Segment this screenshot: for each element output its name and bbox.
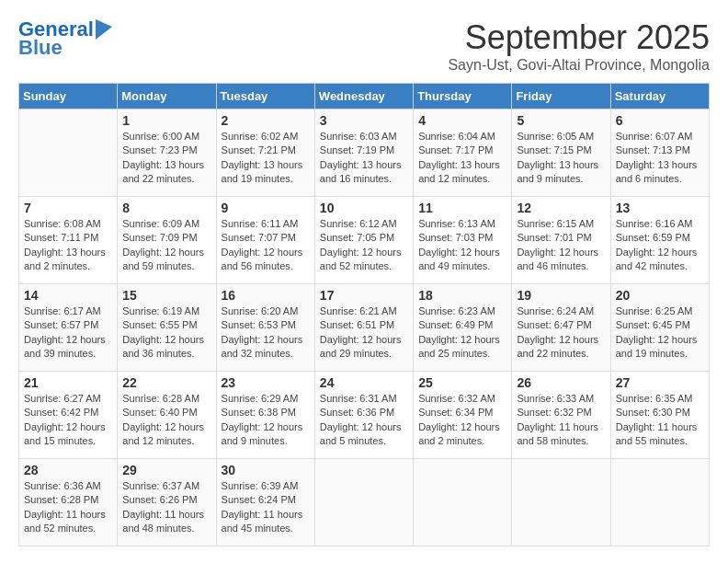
calendar-cell bbox=[610, 459, 709, 546]
calendar-cell bbox=[512, 459, 610, 546]
calendar-cell: 29Sunrise: 6:37 AM Sunset: 6:26 PM Dayli… bbox=[118, 459, 216, 546]
day-number: 30 bbox=[222, 463, 310, 477]
calendar-header-row: SundayMondayTuesdayWednesdayThursdayFrid… bbox=[19, 84, 710, 109]
day-number: 5 bbox=[517, 113, 605, 128]
calendar-cell: 19Sunrise: 6:24 AM Sunset: 6:47 PM Dayli… bbox=[512, 284, 610, 372]
cell-details: Sunrise: 6:23 AM Sunset: 6:49 PM Dayligh… bbox=[418, 304, 506, 362]
svg-marker-0 bbox=[96, 19, 112, 40]
cell-details: Sunrise: 6:33 AM Sunset: 6:32 PM Dayligh… bbox=[517, 392, 605, 449]
cell-details: Sunrise: 6:28 AM Sunset: 6:40 PM Dayligh… bbox=[122, 392, 210, 449]
cell-details: Sunrise: 6:32 AM Sunset: 6:34 PM Dayligh… bbox=[418, 392, 506, 449]
cell-details: Sunrise: 6:27 AM Sunset: 6:42 PM Dayligh… bbox=[24, 392, 112, 449]
header-saturday: Saturday bbox=[610, 84, 709, 109]
cell-details: Sunrise: 6:36 AM Sunset: 6:28 PM Dayligh… bbox=[24, 479, 112, 536]
cell-details: Sunrise: 6:00 AM Sunset: 7:23 PM Dayligh… bbox=[122, 130, 210, 187]
calendar-cell: 14Sunrise: 6:17 AM Sunset: 6:57 PM Dayli… bbox=[19, 284, 118, 372]
logo-blue: Blue bbox=[18, 37, 63, 59]
day-number: 2 bbox=[222, 113, 310, 128]
calendar-cell: 23Sunrise: 6:29 AM Sunset: 6:38 PM Dayli… bbox=[216, 372, 314, 459]
day-number: 7 bbox=[24, 201, 112, 215]
calendar-table: SundayMondayTuesdayWednesdayThursdayFrid… bbox=[18, 83, 710, 546]
day-number: 11 bbox=[418, 201, 506, 215]
day-number: 25 bbox=[418, 375, 506, 390]
cell-details: Sunrise: 6:08 AM Sunset: 7:11 PM Dayligh… bbox=[24, 217, 112, 274]
cell-details: Sunrise: 6:16 AM Sunset: 6:59 PM Dayligh… bbox=[616, 217, 704, 274]
calendar-cell bbox=[414, 459, 512, 546]
calendar-cell bbox=[314, 459, 413, 546]
header-monday: Monday bbox=[118, 84, 216, 109]
day-number: 19 bbox=[517, 288, 605, 303]
calendar-cell: 18Sunrise: 6:23 AM Sunset: 6:49 PM Dayli… bbox=[414, 284, 512, 372]
calendar-cell: 6Sunrise: 6:07 AM Sunset: 7:13 PM Daylig… bbox=[610, 109, 709, 197]
calendar-week-row: 14Sunrise: 6:17 AM Sunset: 6:57 PM Dayli… bbox=[19, 284, 710, 372]
day-number: 23 bbox=[222, 375, 310, 390]
day-number: 26 bbox=[517, 375, 605, 390]
calendar-cell: 17Sunrise: 6:21 AM Sunset: 6:51 PM Dayli… bbox=[314, 284, 413, 372]
cell-details: Sunrise: 6:11 AM Sunset: 7:07 PM Dayligh… bbox=[222, 217, 310, 274]
header-sunday: Sunday bbox=[19, 84, 118, 109]
calendar-cell: 16Sunrise: 6:20 AM Sunset: 6:53 PM Dayli… bbox=[216, 284, 314, 372]
calendar-cell: 4Sunrise: 6:04 AM Sunset: 7:17 PM Daylig… bbox=[414, 109, 512, 197]
title-block: September 2025 Sayn-Ust, Govi-Altai Prov… bbox=[448, 18, 710, 74]
day-number: 13 bbox=[616, 201, 704, 215]
cell-details: Sunrise: 6:04 AM Sunset: 7:17 PM Dayligh… bbox=[418, 130, 506, 187]
cell-details: Sunrise: 6:20 AM Sunset: 6:53 PM Dayligh… bbox=[222, 304, 310, 362]
cell-details: Sunrise: 6:25 AM Sunset: 6:45 PM Dayligh… bbox=[616, 304, 704, 362]
cell-details: Sunrise: 6:31 AM Sunset: 6:36 PM Dayligh… bbox=[320, 392, 408, 449]
header-thursday: Thursday bbox=[414, 84, 512, 109]
header-tuesday: Tuesday bbox=[216, 84, 314, 109]
day-number: 17 bbox=[320, 288, 408, 303]
cell-details: Sunrise: 6:12 AM Sunset: 7:05 PM Dayligh… bbox=[320, 217, 408, 274]
day-number: 10 bbox=[320, 201, 408, 215]
calendar-cell: 3Sunrise: 6:03 AM Sunset: 7:19 PM Daylig… bbox=[314, 109, 413, 197]
day-number: 3 bbox=[320, 113, 408, 128]
day-number: 15 bbox=[122, 288, 210, 303]
cell-details: Sunrise: 6:09 AM Sunset: 7:09 PM Dayligh… bbox=[122, 217, 210, 274]
calendar-cell: 22Sunrise: 6:28 AM Sunset: 6:40 PM Dayli… bbox=[118, 372, 216, 459]
cell-details: Sunrise: 6:07 AM Sunset: 7:13 PM Dayligh… bbox=[616, 130, 704, 187]
month-title: September 2025 bbox=[448, 18, 710, 57]
cell-details: Sunrise: 6:05 AM Sunset: 7:15 PM Dayligh… bbox=[517, 130, 605, 187]
calendar-cell: 8Sunrise: 6:09 AM Sunset: 7:09 PM Daylig… bbox=[118, 197, 216, 284]
cell-details: Sunrise: 6:03 AM Sunset: 7:19 PM Dayligh… bbox=[320, 130, 408, 187]
header-wednesday: Wednesday bbox=[314, 84, 413, 109]
day-number: 6 bbox=[616, 113, 704, 128]
calendar-cell: 11Sunrise: 6:13 AM Sunset: 7:03 PM Dayli… bbox=[414, 197, 512, 284]
location-subtitle: Sayn-Ust, Govi-Altai Province, Mongolia bbox=[448, 57, 710, 74]
cell-details: Sunrise: 6:35 AM Sunset: 6:30 PM Dayligh… bbox=[616, 392, 704, 449]
calendar-cell: 25Sunrise: 6:32 AM Sunset: 6:34 PM Dayli… bbox=[414, 372, 512, 459]
calendar-cell: 5Sunrise: 6:05 AM Sunset: 7:15 PM Daylig… bbox=[512, 109, 610, 197]
cell-details: Sunrise: 6:17 AM Sunset: 6:57 PM Dayligh… bbox=[24, 304, 112, 362]
day-number: 29 bbox=[122, 463, 210, 477]
day-number: 27 bbox=[616, 375, 704, 390]
calendar-week-row: 1Sunrise: 6:00 AM Sunset: 7:23 PM Daylig… bbox=[19, 109, 710, 197]
day-number: 1 bbox=[122, 113, 210, 128]
calendar-week-row: 7Sunrise: 6:08 AM Sunset: 7:11 PM Daylig… bbox=[19, 197, 710, 284]
day-number: 16 bbox=[222, 288, 310, 303]
cell-details: Sunrise: 6:29 AM Sunset: 6:38 PM Dayligh… bbox=[222, 392, 310, 449]
calendar-cell: 2Sunrise: 6:02 AM Sunset: 7:21 PM Daylig… bbox=[216, 109, 314, 197]
calendar-cell: 30Sunrise: 6:39 AM Sunset: 6:24 PM Dayli… bbox=[216, 459, 314, 546]
day-number: 14 bbox=[24, 288, 112, 303]
cell-details: Sunrise: 6:39 AM Sunset: 6:24 PM Dayligh… bbox=[222, 479, 310, 536]
calendar-cell: 26Sunrise: 6:33 AM Sunset: 6:32 PM Dayli… bbox=[512, 372, 610, 459]
calendar-cell: 12Sunrise: 6:15 AM Sunset: 7:01 PM Dayli… bbox=[512, 197, 610, 284]
day-number: 8 bbox=[122, 201, 210, 215]
calendar-cell: 24Sunrise: 6:31 AM Sunset: 6:36 PM Dayli… bbox=[314, 372, 413, 459]
calendar-cell: 13Sunrise: 6:16 AM Sunset: 6:59 PM Dayli… bbox=[610, 197, 709, 284]
calendar-cell: 9Sunrise: 6:11 AM Sunset: 7:07 PM Daylig… bbox=[216, 197, 314, 284]
cell-details: Sunrise: 6:15 AM Sunset: 7:01 PM Dayligh… bbox=[517, 217, 605, 274]
calendar-cell: 7Sunrise: 6:08 AM Sunset: 7:11 PM Daylig… bbox=[19, 197, 118, 284]
calendar-cell: 21Sunrise: 6:27 AM Sunset: 6:42 PM Dayli… bbox=[19, 372, 118, 459]
cell-details: Sunrise: 6:02 AM Sunset: 7:21 PM Dayligh… bbox=[222, 130, 310, 187]
day-number: 21 bbox=[24, 375, 112, 390]
calendar-cell: 1Sunrise: 6:00 AM Sunset: 7:23 PM Daylig… bbox=[118, 109, 216, 197]
day-number: 22 bbox=[122, 375, 210, 390]
day-number: 9 bbox=[222, 201, 310, 215]
page-header: General Blue September 2025 Sayn-Ust, Go… bbox=[18, 18, 710, 74]
logo: General Blue bbox=[18, 18, 112, 59]
day-number: 12 bbox=[517, 201, 605, 215]
calendar-cell: 27Sunrise: 6:35 AM Sunset: 6:30 PM Dayli… bbox=[610, 372, 709, 459]
cell-details: Sunrise: 6:24 AM Sunset: 6:47 PM Dayligh… bbox=[517, 304, 605, 362]
calendar-cell: 20Sunrise: 6:25 AM Sunset: 6:45 PM Dayli… bbox=[610, 284, 709, 372]
